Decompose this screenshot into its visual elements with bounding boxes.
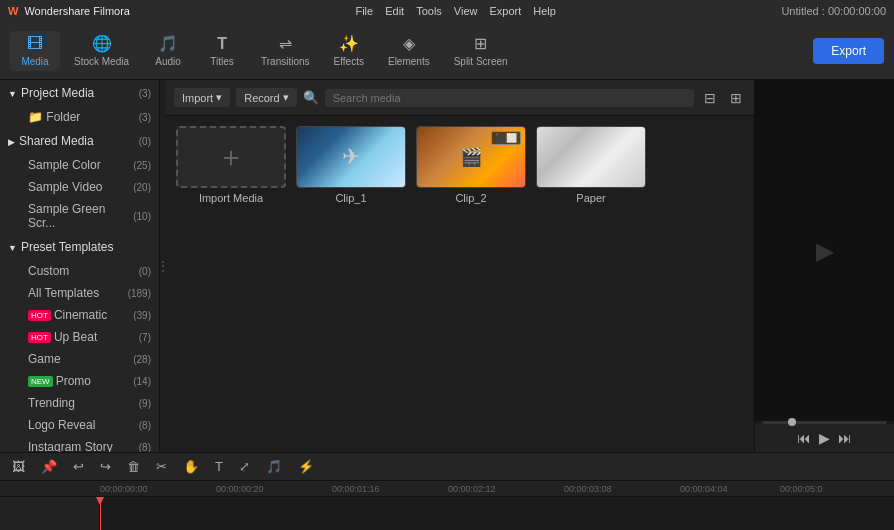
sidebar-item-trending[interactable]: Trending (9): [0, 392, 159, 414]
tool-stock-media[interactable]: 🌐 Stock Media: [64, 30, 139, 71]
record-label: Record: [244, 92, 279, 104]
prev-skip-back-button[interactable]: ⏮: [797, 430, 811, 446]
preview-pane: ▶ ⏮ ▶ ⏭: [754, 80, 894, 452]
record-button[interactable]: Record ▾: [236, 88, 296, 107]
menu-tools[interactable]: Tools: [416, 5, 442, 17]
prev-skip-forward-button[interactable]: ⏭: [838, 430, 852, 446]
media-icon: 🎞: [27, 35, 43, 53]
import-chevron-icon: ▾: [216, 91, 222, 104]
tool-titles[interactable]: T Titles: [197, 31, 247, 71]
clip2-item[interactable]: ⬛⬜ Clip_2: [416, 126, 526, 204]
sidebar-item-promo[interactable]: NEWPromo (14): [0, 370, 159, 392]
effects-icon: ✨: [339, 34, 359, 53]
sidebar-item-instagram-story[interactable]: Instagram Story (8): [0, 436, 159, 452]
redo-button[interactable]: ↪: [96, 457, 115, 476]
delete-button[interactable]: 🗑: [123, 457, 144, 476]
top-bar-menu: File Edit Tools View Export Help: [355, 5, 555, 17]
text-tool-button[interactable]: T: [211, 457, 227, 476]
sidebar-section-shared-media[interactable]: ▶Shared Media (0): [0, 128, 159, 154]
menu-help[interactable]: Help: [533, 5, 556, 17]
ruler-mark-6: 00:00:05:0: [780, 484, 823, 494]
preview-progress-bar[interactable]: [763, 421, 886, 424]
sidebar-section-project-media[interactable]: ▼Project Media (3): [0, 80, 159, 106]
ruler-mark-3: 00:00:02:12: [448, 484, 496, 494]
main-toolbar: 🎞 Media 🌐 Stock Media 🎵 Audio T Titles ⇌…: [0, 22, 894, 80]
media-label: Media: [21, 56, 48, 67]
stock-media-icon: 🌐: [92, 34, 112, 53]
clip1-label: Clip_1: [335, 192, 366, 204]
plus-icon: ＋: [217, 138, 245, 176]
top-bar: W Wondershare Filmora File Edit Tools Vi…: [0, 0, 894, 22]
import-label: Import: [182, 92, 213, 104]
ruler-mark-2: 00:00:01:16: [332, 484, 380, 494]
clip2-badge: ⬛⬜: [491, 131, 521, 145]
sidebar-item-folder[interactable]: 📁 Folder (3): [0, 106, 159, 128]
import-thumb[interactable]: ＋: [176, 126, 286, 188]
grid-view-icon[interactable]: ⊞: [726, 88, 746, 108]
sidebar-item-sample-video[interactable]: Sample Video (20): [0, 176, 159, 198]
tool-split-screen[interactable]: ⊞ Split Screen: [444, 30, 518, 71]
filter-icon[interactable]: ⊟: [700, 88, 720, 108]
new-badge-promo: NEW: [28, 376, 53, 387]
undo-button[interactable]: ↩: [69, 457, 88, 476]
timeline-content: [0, 497, 894, 530]
menu-view[interactable]: View: [454, 5, 478, 17]
clip1-preview: [297, 127, 405, 187]
main-area: ▼Project Media (3) 📁 Folder (3) ▶Shared …: [0, 80, 894, 452]
sidebar-item-cinematic[interactable]: HOTCinematic (39): [0, 304, 159, 326]
chevron-down-icon: ▼: [8, 89, 17, 99]
sidebar-item-sample-color[interactable]: Sample Color (25): [0, 154, 159, 176]
search-input[interactable]: [325, 89, 694, 107]
elements-icon: ◈: [403, 34, 415, 53]
app-logo: W: [8, 5, 18, 17]
clip1-item[interactable]: Clip_1: [296, 126, 406, 204]
tool-media[interactable]: 🎞 Media: [10, 31, 60, 71]
effects-label: Effects: [334, 56, 364, 67]
transform-button[interactable]: ⤢: [235, 457, 254, 476]
paper-preview: [537, 127, 645, 187]
sidebar-item-up-beat[interactable]: HOTUp Beat (7): [0, 326, 159, 348]
tool-effects[interactable]: ✨ Effects: [324, 30, 374, 71]
sidebar-item-all-templates[interactable]: All Templates (189): [0, 282, 159, 304]
timeline-toolbar: 🖼 📌 ↩ ↪ 🗑 ✂ ✋ T ⤢ 🎵 ⚡: [0, 453, 894, 481]
sidebar: ▼Project Media (3) 📁 Folder (3) ▶Shared …: [0, 80, 160, 452]
preview-controls: ⏮ ▶ ⏭: [755, 424, 894, 452]
sidebar-item-custom[interactable]: Custom (0): [0, 260, 159, 282]
speed-button[interactable]: ⚡: [294, 457, 318, 476]
playhead: [100, 497, 101, 530]
tool-transitions[interactable]: ⇌ Transitions: [251, 30, 320, 71]
add-media-button[interactable]: 🖼: [8, 457, 29, 476]
import-media-item[interactable]: ＋ Import Media: [176, 126, 286, 204]
timeline: 🖼 📌 ↩ ↪ 🗑 ✂ ✋ T ⤢ 🎵 ⚡ 00:00:00:00 00:00:…: [0, 452, 894, 530]
hand-tool-button[interactable]: ✋: [179, 457, 203, 476]
media-grid: ＋ Import Media Clip_1 ⬛⬜ Clip_2: [166, 116, 754, 452]
split-screen-label: Split Screen: [454, 56, 508, 67]
paper-item[interactable]: Paper: [536, 126, 646, 204]
split-screen-icon: ⊞: [474, 34, 487, 53]
sidebar-item-sample-green[interactable]: Sample Green Scr... (10): [0, 198, 159, 234]
sidebar-item-logo-reveal[interactable]: Logo Reveal (8): [0, 414, 159, 436]
import-button[interactable]: Import ▾: [174, 88, 230, 107]
preview-placeholder-icon: ▶: [816, 237, 834, 265]
tool-elements[interactable]: ◈ Elements: [378, 30, 440, 71]
progress-indicator: [788, 418, 796, 426]
timeline-ruler: 00:00:00:00 00:00:00:20 00:00:01:16 00:0…: [0, 481, 894, 497]
audio-tool-button[interactable]: 🎵: [262, 457, 286, 476]
sidebar-section-preset-templates[interactable]: ▼Preset Templates: [0, 234, 159, 260]
menu-file[interactable]: File: [355, 5, 373, 17]
preview-screen: ▶: [755, 80, 894, 421]
export-button[interactable]: Export: [813, 38, 884, 64]
menu-edit[interactable]: Edit: [385, 5, 404, 17]
timeline-track: 00:00:00:00 00:00:00:20 00:00:01:16 00:0…: [0, 481, 894, 530]
tool-audio[interactable]: 🎵 Audio: [143, 30, 193, 71]
ruler-mark-0: 00:00:00:00: [100, 484, 148, 494]
ruler-mark-5: 00:00:04:04: [680, 484, 728, 494]
timeline-clips[interactable]: [100, 497, 894, 530]
menu-export[interactable]: Export: [490, 5, 522, 17]
pin-button[interactable]: 📌: [37, 457, 61, 476]
cut-button[interactable]: ✂: [152, 457, 171, 476]
titles-label: Titles: [210, 56, 234, 67]
prev-play-button[interactable]: ▶: [819, 430, 830, 446]
content-area: Import ▾ Record ▾ 🔍 ⊟ ⊞ ＋ Import Media: [166, 80, 754, 452]
sidebar-item-game[interactable]: Game (28): [0, 348, 159, 370]
